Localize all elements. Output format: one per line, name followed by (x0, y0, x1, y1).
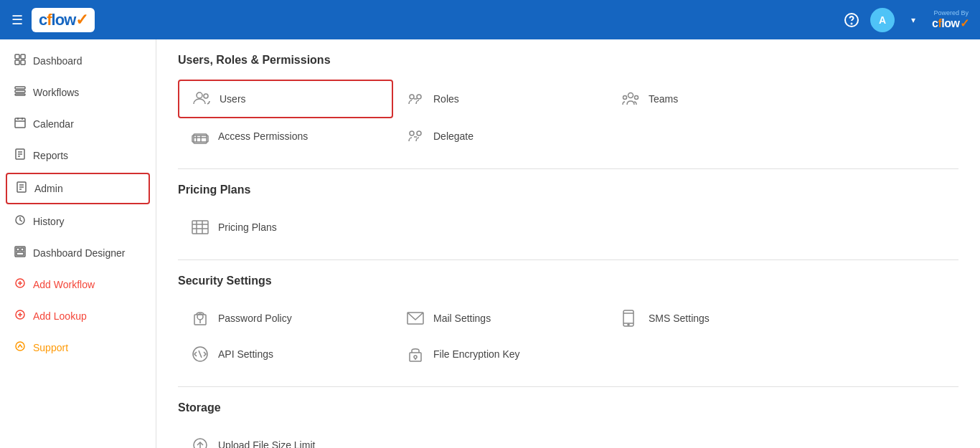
grid-label-sms-settings: SMS Settings (649, 313, 710, 324)
svg-rect-4 (15, 60, 19, 65)
svg-point-46 (410, 131, 414, 135)
delegate-icon (405, 125, 426, 147)
svg-point-35 (410, 95, 414, 99)
sidebar-item-reports[interactable]: Reports (0, 140, 156, 171)
powered-logo: cflow✓ (932, 16, 969, 30)
sidebar: Dashboard Workflows Calen (0, 39, 156, 448)
svg-rect-5 (21, 60, 25, 65)
main-content: Users, Roles & Permissions Users (156, 39, 980, 448)
grid-item-pricing-plans[interactable]: Pricing Plans (178, 209, 393, 245)
svg-rect-62 (410, 353, 421, 361)
help-icon[interactable] (840, 9, 863, 32)
svg-rect-8 (15, 94, 25, 95)
powered-by: Powered By cflow✓ (932, 9, 969, 30)
svg-rect-9 (15, 118, 25, 128)
svg-point-34 (204, 94, 208, 98)
svg-rect-24 (21, 248, 24, 251)
reports-icon (14, 148, 26, 163)
sidebar-label-support: Support (33, 342, 68, 353)
sidebar-label-dashboard-designer: Dashboard Designer (33, 247, 125, 259)
dashboard-icon (14, 54, 26, 68)
sidebar-label-add-lookup: Add Lookup (33, 310, 87, 322)
grid-label-file-encryption: File Encryption Key (433, 348, 520, 360)
calendar-icon (14, 117, 26, 131)
grid-item-teams[interactable]: Teams (608, 80, 824, 118)
hamburger-menu[interactable]: ☰ (11, 12, 23, 28)
grid-label-users: Users (220, 93, 246, 105)
svg-point-40 (635, 96, 639, 100)
grid-item-upload-file-size[interactable]: Upload File Size Limit (178, 427, 393, 448)
sidebar-item-admin[interactable]: Admin (6, 173, 150, 204)
api-settings-icon (189, 343, 211, 365)
svg-point-63 (414, 356, 417, 358)
svg-rect-42 (192, 135, 208, 142)
grid-item-delegate[interactable]: Delegate (393, 118, 608, 154)
sidebar-label-reports: Reports (33, 150, 68, 161)
grid-label-mail-settings: Mail Settings (433, 313, 491, 324)
grid-item-file-encryption[interactable]: File Encryption Key (393, 336, 608, 372)
logo-text: cflow✓ (39, 11, 88, 29)
users-roles-grid: Users Roles (178, 80, 958, 154)
section-title-users-roles: Users, Roles & Permissions (178, 54, 958, 67)
workflows-icon (14, 85, 26, 100)
dashboard-designer-icon (14, 246, 26, 260)
svg-point-32 (16, 342, 24, 351)
grid-item-sms-settings[interactable]: SMS Settings (608, 300, 824, 336)
logo[interactable]: cflow✓ (32, 8, 95, 32)
chevron-down-icon[interactable]: ▾ (902, 9, 925, 32)
file-encryption-icon (405, 343, 426, 365)
grid-item-users[interactable]: Users (178, 80, 393, 118)
users-icon (191, 88, 212, 110)
sidebar-item-dashboard[interactable]: Dashboard (0, 45, 156, 77)
grid-item-mail-settings[interactable]: Mail Settings (393, 300, 608, 336)
svg-rect-23 (17, 248, 19, 251)
roles-icon (405, 88, 426, 110)
upload-file-size-icon (189, 434, 211, 448)
sidebar-label-history: History (33, 216, 65, 227)
section-title-security-settings: Security Settings (178, 275, 958, 287)
svg-point-38 (628, 93, 633, 98)
sidebar-label-workflows: Workflows (33, 87, 79, 98)
section-users-roles: Users, Roles & Permissions Users (178, 54, 958, 169)
sidebar-item-add-workflow[interactable]: Add Workflow (0, 269, 156, 300)
svg-rect-48 (192, 221, 208, 234)
sidebar-item-dashboard-designer[interactable]: Dashboard Designer (0, 237, 156, 269)
svg-rect-3 (21, 54, 25, 59)
sidebar-item-calendar[interactable]: Calendar (0, 108, 156, 140)
sidebar-label-admin: Admin (34, 183, 63, 194)
sidebar-label-add-workflow: Add Workflow (33, 279, 95, 290)
grid-label-roles: Roles (433, 93, 459, 105)
support-icon (14, 340, 26, 355)
storage-grid: Upload File Size Limit (178, 427, 958, 448)
svg-point-36 (417, 95, 421, 99)
grid-label-delegate: Delegate (433, 130, 473, 142)
add-lookup-icon (14, 309, 26, 323)
mail-settings-icon (405, 308, 426, 329)
svg-point-47 (417, 131, 421, 135)
avatar[interactable]: A (870, 8, 895, 32)
grid-item-password-policy[interactable]: Password Policy (178, 300, 393, 336)
svg-rect-2 (15, 54, 19, 59)
content-inner: Users, Roles & Permissions Users (156, 39, 980, 448)
section-title-pricing-plans: Pricing Plans (178, 184, 958, 196)
svg-rect-6 (15, 87, 25, 89)
sidebar-item-support[interactable]: Support (0, 332, 156, 363)
grid-label-upload-file-size: Upload File Size Limit (218, 439, 315, 448)
section-title-storage: Storage (178, 401, 958, 414)
section-storage: Storage Upload File Size Limit (178, 401, 958, 448)
sidebar-item-add-lookup[interactable]: Add Lookup (0, 300, 156, 332)
grid-item-roles[interactable]: Roles (393, 80, 608, 118)
sidebar-label-calendar: Calendar (33, 118, 74, 130)
main-layout: Dashboard Workflows Calen (0, 39, 980, 448)
add-workflow-icon (14, 277, 26, 292)
svg-point-59 (628, 324, 629, 325)
app-header: ☰ cflow✓ A ▾ Powered By cflow✓ (0, 0, 980, 39)
sidebar-item-history[interactable]: History (0, 206, 156, 237)
grid-item-access-permissions[interactable]: Access Permissions (178, 118, 393, 154)
svg-rect-7 (15, 90, 25, 92)
password-policy-icon (189, 308, 211, 329)
grid-item-api-settings[interactable]: API Settings (178, 336, 393, 372)
grid-label-pricing-plans: Pricing Plans (218, 221, 277, 233)
sidebar-item-workflows[interactable]: Workflows (0, 77, 156, 108)
section-security-settings: Security Settings Password Policy (178, 275, 958, 387)
